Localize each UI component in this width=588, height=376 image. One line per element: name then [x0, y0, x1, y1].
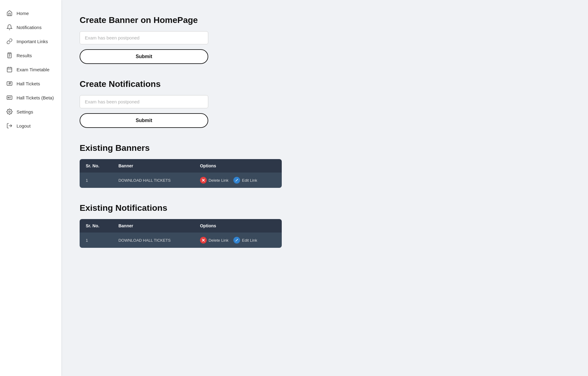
banner-submit-button[interactable]: Submit: [80, 49, 208, 64]
calendar-icon: [6, 66, 13, 73]
banner-input[interactable]: [80, 31, 208, 44]
sidebar-item-exam-timetable[interactable]: Exam Timetable: [0, 62, 61, 76]
existing-banners-section: Existing Banners Sr. No. Banner Options …: [80, 143, 349, 188]
banner-options-container: Delete Link Edit Link: [200, 177, 276, 184]
link-icon: [6, 38, 13, 45]
notif-srno: 1: [80, 233, 112, 248]
svg-point-10: [8, 97, 9, 98]
sidebar-label-settings: Settings: [17, 109, 33, 114]
sidebar-item-notifications[interactable]: Notifications: [0, 20, 61, 34]
existing-banners-title: Existing Banners: [80, 143, 349, 153]
existing-notifications-section: Existing Notifications Sr. No. Banner Op…: [80, 203, 349, 248]
edit-icon: [233, 237, 240, 244]
svg-rect-9: [7, 96, 12, 99]
banner-srno: 1: [80, 173, 112, 188]
svg-point-11: [9, 111, 10, 113]
delete-icon: [200, 237, 207, 244]
sidebar-item-hall-tickets[interactable]: Hall Tickets: [0, 76, 61, 91]
banner-edit-button[interactable]: Edit Link: [233, 177, 257, 184]
banners-table-header: Sr. No. Banner Options: [80, 159, 282, 173]
notif-delete-label: Delete Link: [209, 238, 228, 243]
edit-icon: [233, 177, 240, 184]
sidebar-label-notifications: Notifications: [17, 25, 42, 30]
create-banner-title: Create Banner on HomePage: [80, 15, 349, 25]
notification-submit-button[interactable]: Submit: [80, 113, 208, 128]
sidebar-label-results: Results: [17, 53, 32, 58]
notif-col-srno: Sr. No.: [80, 219, 112, 233]
banner-delete-label: Delete Link: [209, 178, 228, 183]
sidebar-label-important-links: Important Links: [17, 39, 48, 44]
sidebar-label-hall-tickets: Hall Tickets: [17, 81, 40, 86]
id-card-icon: [6, 80, 13, 87]
sidebar-label-exam-timetable: Exam Timetable: [17, 67, 50, 72]
sidebar-item-hall-tickets-beta[interactable]: Hall Tickets (Beta): [0, 91, 61, 105]
notifications-table: Sr. No. Banner Options 1 DOWNLOAD HALL T…: [80, 219, 282, 248]
clipboard-icon: [6, 52, 13, 59]
sidebar-label-logout: Logout: [17, 123, 31, 128]
create-banner-section: Create Banner on HomePage Submit: [80, 15, 349, 64]
notif-delete-button[interactable]: Delete Link: [200, 237, 228, 244]
id-card-beta-icon: [6, 94, 13, 101]
logout-icon: [6, 122, 13, 129]
delete-icon: [200, 177, 207, 184]
bell-icon: [6, 24, 13, 31]
existing-notifications-title: Existing Notifications: [80, 203, 349, 213]
banner-options: Delete Link Edit Link: [194, 173, 282, 188]
sidebar-item-home[interactable]: Home: [0, 6, 61, 20]
notification-input[interactable]: [80, 95, 208, 108]
notif-col-options: Options: [194, 219, 282, 233]
sidebar-item-important-links[interactable]: Important Links: [0, 34, 61, 48]
home-icon: [6, 10, 13, 17]
sidebar: Home Notifications Important Links: [0, 0, 61, 376]
notifications-table-body: 1 DOWNLOAD HALL TICKETS: [80, 233, 282, 248]
sidebar-label-home: Home: [17, 11, 29, 16]
banner-text: DOWNLOAD HALL TICKETS: [112, 173, 194, 188]
notif-options-container: Delete Link Edit Link: [200, 237, 276, 244]
table-row: 1 DOWNLOAD HALL TICKETS: [80, 233, 282, 248]
main-content: Create Banner on HomePage Submit Create …: [61, 0, 368, 376]
notif-edit-label: Edit Link: [242, 238, 257, 243]
banner-edit-label: Edit Link: [242, 178, 257, 183]
banners-col-srno: Sr. No.: [80, 159, 112, 173]
create-notifications-section: Create Notifications Submit: [80, 79, 349, 128]
sidebar-label-hall-tickets-beta: Hall Tickets (Beta): [17, 95, 54, 100]
banners-table-body: 1 DOWNLOAD HALL TICKETS: [80, 173, 282, 188]
create-notifications-title: Create Notifications: [80, 79, 349, 89]
notif-options: Delete Link Edit Link: [194, 233, 282, 248]
gear-icon: [6, 108, 13, 115]
notif-col-banner: Banner: [112, 219, 194, 233]
banner-delete-button[interactable]: Delete Link: [200, 177, 228, 184]
notif-text: DOWNLOAD HALL TICKETS: [112, 233, 194, 248]
banners-col-options: Options: [194, 159, 282, 173]
table-row: 1 DOWNLOAD HALL TICKETS: [80, 173, 282, 188]
svg-rect-4: [7, 67, 12, 72]
sidebar-item-settings[interactable]: Settings: [0, 105, 61, 119]
notifications-table-header: Sr. No. Banner Options: [80, 219, 282, 233]
sidebar-item-results[interactable]: Results: [0, 48, 61, 62]
banners-col-banner: Banner: [112, 159, 194, 173]
notif-edit-button[interactable]: Edit Link: [233, 237, 257, 244]
sidebar-item-logout[interactable]: Logout: [0, 119, 61, 133]
banners-table: Sr. No. Banner Options 1 DOWNLOAD HALL T…: [80, 159, 282, 188]
